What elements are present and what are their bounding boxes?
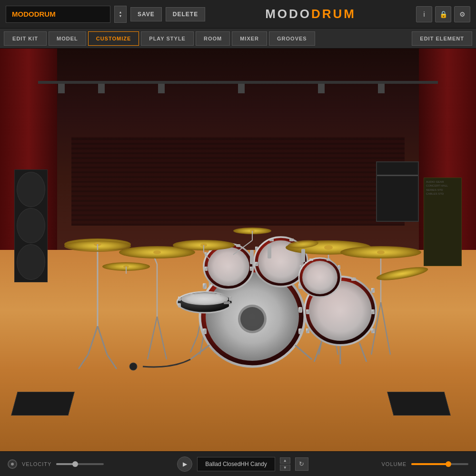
velocity-indicator [8,459,17,469]
svg-line-115 [295,345,312,359]
gear-icon: ⚙ [459,10,466,18]
app-container: MODODRUM ▲ ▼ SAVE DELETE MODODRUM i 🔒 ⚙ … [0,0,476,476]
svg-rect-29 [203,283,207,289]
svg-rect-55 [205,267,208,271]
preset-name[interactable]: MODODRUM [6,6,110,23]
refresh-button[interactable]: ↻ [295,457,308,471]
refresh-icon: ↻ [299,460,304,467]
svg-point-101 [376,265,428,283]
groove-down-button[interactable]: ▼ [280,465,290,471]
svg-rect-113 [301,249,305,262]
lock-button[interactable]: 🔒 [435,6,451,22]
grooves-button[interactable]: GROOVES [269,31,315,46]
settings-button[interactable]: ⚙ [454,6,470,22]
svg-point-41 [240,307,264,331]
title-prefix: MODO [265,7,311,21]
svg-point-86 [181,293,228,305]
volume-fill [411,463,448,465]
velocity-label: VELOCITY [22,461,51,467]
transport-bar: VELOCITY ▶ Ballad ClosedHH Candy ▲ ▼ ↻ V… [0,451,476,476]
svg-line-25 [314,343,321,362]
save-button[interactable]: SAVE [130,7,162,21]
delete-button[interactable]: DELETE [166,7,205,21]
svg-line-14 [381,302,390,355]
svg-point-61 [208,247,249,286]
velocity-thumb[interactable] [72,461,78,467]
svg-point-93 [153,250,161,254]
app-title: MODODRUM [209,7,412,21]
svg-rect-45 [306,328,309,333]
volume-thumb[interactable] [446,461,451,467]
svg-rect-44 [306,309,309,314]
svg-line-0 [88,326,98,355]
svg-point-98 [324,245,333,250]
mixer-button[interactable]: MIXER [232,31,267,46]
svg-line-2 [79,355,88,369]
svg-line-6 [148,317,157,359]
svg-rect-64 [255,262,258,266]
velocity-slider[interactable] [56,463,104,465]
top-icons: i 🔒 ⚙ [416,6,470,22]
groove-down-icon: ▼ [283,466,287,470]
play-style-button[interactable]: PLAY STYLE [141,31,194,46]
groove-up-button[interactable]: ▲ [280,457,290,464]
volume-slider[interactable] [411,463,468,465]
svg-rect-46 [371,288,375,293]
svg-line-26 [359,343,367,362]
lock-icon: 🔒 [439,10,447,18]
play-icon: ▶ [183,461,187,467]
svg-line-114 [190,345,209,359]
svg-rect-112 [268,244,271,258]
preset-arrow-btn[interactable]: ▲ ▼ [114,6,127,23]
groove-nav-buttons: ▲ ▼ [280,457,290,471]
customize-button[interactable]: CUSTOMIZE [88,31,139,46]
stage-area: AUDIO GEAR CONCERT HALL SERIES STD CABLE… [0,49,476,451]
up-arrow-icon: ▲ [119,10,122,14]
top-bar: MODODRUM ▲ ▼ SAVE DELETE MODODRUM i 🔒 ⚙ [0,0,476,29]
svg-rect-47 [371,309,375,314]
play-button[interactable]: ▶ [177,456,192,472]
edit-kit-button[interactable]: EDIT KIT [4,31,47,46]
groove-name-display: Ballad ClosedHH Candy [197,457,275,471]
model-button[interactable]: MODEL [49,31,86,46]
room-button[interactable]: ROOM [196,31,230,46]
svg-line-1 [98,326,107,355]
drum-kit-svg [48,126,428,374]
drumkit-container [0,49,476,451]
volume-label: VOLUME [382,461,407,467]
info-icon: i [423,10,425,18]
svg-rect-111 [250,250,254,264]
svg-point-116 [129,363,137,370]
svg-point-100 [377,250,385,254]
svg-rect-87 [224,301,230,304]
title-suffix: DRUM [311,7,356,21]
info-button[interactable]: i [416,6,432,22]
down-arrow-icon: ▼ [119,14,122,18]
groove-up-icon: ▲ [283,458,287,463]
edit-element-button[interactable]: EDIT ELEMENT [412,31,472,46]
svg-point-77 [302,261,337,294]
svg-line-7 [157,317,167,359]
svg-rect-33 [298,307,302,313]
svg-rect-48 [371,328,375,333]
svg-line-3 [107,355,117,369]
nav-bar: EDIT KIT MODEL CUSTOMIZE PLAY STYLE ROOM… [0,29,476,49]
svg-line-21 [190,336,198,352]
